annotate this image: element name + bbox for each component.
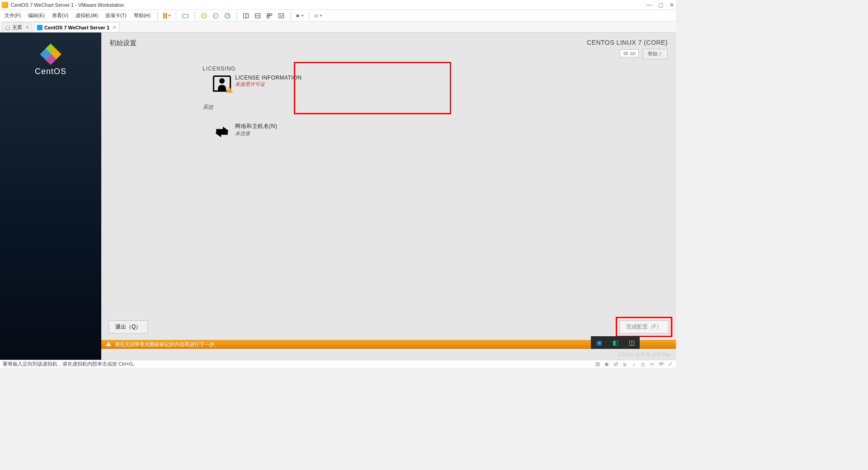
menu-vm[interactable]: 虚拟机(M)	[74, 11, 100, 20]
network-arrows-icon	[212, 123, 232, 140]
guest-screen[interactable]: 初始设置 CENTOS LINUX 7 (CORE) cn 帮助！ LICENS…	[101, 33, 676, 360]
keyboard-icon	[623, 51, 628, 56]
vm-app-icon	[2, 2, 8, 8]
device-display-icon[interactable]: ▭	[649, 361, 655, 367]
svg-rect-0	[183, 14, 188, 18]
tab-home[interactable]: 主页 ✕	[2, 22, 32, 32]
layout-unity-icon	[278, 12, 285, 19]
svg-rect-18	[624, 52, 627, 55]
home-icon	[5, 25, 10, 30]
pause-vm-button[interactable]	[163, 12, 171, 20]
spoke-license-information[interactable]: LICENSE INFORMATION 未接受许可证	[209, 72, 668, 94]
device-sound-icon[interactable]: ♪	[631, 361, 637, 367]
view-thumbnail-button[interactable]	[265, 12, 274, 20]
layout-thumbnail-icon	[266, 12, 273, 19]
separator	[176, 12, 176, 20]
tab-strip: 主页 ✕ CentOS 7 WeChart Server 1 ✕	[0, 22, 676, 33]
view-single-button[interactable]	[242, 12, 250, 20]
menu-bar: 文件(F) 编辑(E) 查看(V) 虚拟机(M) 选项卡(T) 帮助(H)	[0, 10, 676, 22]
finish-config-button[interactable]: 完成配置（F）	[619, 320, 669, 334]
license-status: 未接受许可证	[235, 81, 302, 88]
dropdown-icon[interactable]	[301, 15, 304, 17]
menu-file[interactable]: 文件(F)	[3, 11, 23, 20]
keyboard-layout-selector[interactable]: cn	[620, 49, 639, 57]
statusbar-hint: 要将输入定向到该虚拟机，请在虚拟机内部单击或按 Ctrl+G。	[3, 361, 138, 367]
layout-single-icon	[242, 12, 250, 19]
window-maximize-button[interactable]: ▢	[658, 2, 663, 8]
keyboard-layout-label: cn	[630, 51, 636, 56]
warning-triangle-icon	[106, 342, 111, 346]
snapshot-revert-button[interactable]	[212, 12, 220, 20]
spoke-network-hostname[interactable]: 网络和主机名(N) 未连接	[209, 120, 668, 142]
clock-icon	[200, 12, 208, 19]
workspace: CentOS 初始设置 CENTOS LINUX 7 (CORE) cn 帮助！…	[0, 33, 676, 360]
warning-bar: 请先完成带有此图标标记的内容再进行下一步。	[101, 340, 676, 349]
device-network-icon[interactable]: ⇄	[613, 361, 619, 367]
taskbar-app-icon[interactable]: ▣	[594, 338, 604, 347]
device-tray: ▥ ◉ ⇄ ψ ♪ ⎙ ▭ ✉ ⤢	[594, 361, 673, 367]
centos-logo-icon	[42, 45, 60, 63]
warning-text: 请先完成带有此图标标记的内容再进行下一步。	[115, 341, 219, 348]
svg-rect-12	[270, 14, 272, 15]
guest-sidebar: CentOS	[0, 33, 101, 360]
device-cd-icon[interactable]: ◉	[604, 361, 610, 367]
fullscreen-button[interactable]	[296, 12, 304, 20]
menu-help[interactable]: 帮助(H)	[132, 11, 152, 20]
tab-vm[interactable]: CentOS 7 WeChart Server 1 ✕	[34, 22, 119, 32]
menu-view[interactable]: 查看(V)	[50, 11, 71, 20]
window-title: CentOS 7 WeChart Server 1 - VMware Works…	[11, 2, 124, 8]
dropdown-icon[interactable]	[168, 15, 171, 17]
vm-icon	[37, 25, 42, 30]
tray-message-icon[interactable]: ✉	[658, 361, 664, 367]
tab-home-label: 主页	[12, 24, 22, 31]
quit-button[interactable]: 退出（Q）	[108, 320, 148, 334]
snapshot-manager-button[interactable]	[223, 12, 231, 20]
pause-icon	[163, 13, 167, 19]
view-unity-button[interactable]	[277, 12, 285, 20]
dropdown-icon[interactable]	[320, 15, 322, 17]
separator	[194, 12, 195, 20]
separator	[157, 12, 158, 20]
guest-taskbar[interactable]: ▣ ◧ ◫	[591, 336, 640, 349]
device-harddisk-icon[interactable]: ▥	[594, 361, 601, 367]
license-warning-icon	[213, 75, 231, 92]
menu-tabs[interactable]: 选项卡(T)	[104, 11, 128, 20]
svg-rect-11	[267, 14, 269, 15]
taskbar-app-icon[interactable]: ◫	[627, 338, 636, 347]
status-bar: 要将输入定向到该虚拟机，请在虚拟机内部单击或按 Ctrl+G。 ▥ ◉ ⇄ ψ …	[0, 360, 676, 368]
stretch-icon	[314, 12, 318, 19]
device-usb-icon[interactable]: ψ	[622, 361, 628, 367]
window-close-button[interactable]: ✕	[670, 2, 674, 8]
sidebar-product-label: CentOS	[35, 67, 66, 76]
taskbar-app-icon[interactable]: ◧	[611, 338, 620, 347]
device-printer-icon[interactable]: ⎙	[640, 361, 646, 367]
svg-rect-13	[267, 16, 269, 18]
tray-expand-icon[interactable]: ⤢	[667, 361, 673, 367]
clock-revert-icon	[212, 12, 219, 19]
layout-console-icon	[254, 12, 261, 19]
snapshot-take-button[interactable]	[200, 12, 208, 20]
svg-rect-17	[315, 14, 317, 17]
window-minimize-button[interactable]: —	[646, 2, 652, 8]
view-console-button[interactable]	[254, 12, 262, 20]
network-title: 网络和主机名(N)	[235, 122, 277, 130]
send-ctrl-alt-del-button[interactable]	[181, 12, 189, 20]
help-button[interactable]: 帮助！	[643, 49, 668, 59]
separator	[309, 12, 309, 20]
svg-rect-14	[279, 14, 284, 18]
distro-label: CENTOS LINUX 7 (CORE)	[587, 39, 668, 46]
category-system: 系统	[203, 103, 668, 111]
tab-close-button[interactable]: ✕	[113, 25, 116, 30]
tab-vm-label: CentOS 7 WeChart Server 1	[44, 25, 109, 30]
clock-manage-icon	[224, 12, 231, 19]
stretch-button[interactable]	[314, 12, 322, 20]
page-title: 初始设置	[109, 39, 137, 47]
tab-close-button[interactable]: ✕	[25, 25, 29, 30]
menu-edit[interactable]: 编辑(E)	[26, 11, 47, 20]
fullscreen-icon	[296, 12, 300, 19]
category-licensing: LICENSING	[203, 62, 668, 72]
separator	[236, 12, 237, 20]
separator	[290, 12, 291, 20]
window-titlebar: CentOS 7 WeChart Server 1 - VMware Works…	[0, 0, 676, 10]
license-title: LICENSE INFORMATION	[235, 75, 302, 81]
